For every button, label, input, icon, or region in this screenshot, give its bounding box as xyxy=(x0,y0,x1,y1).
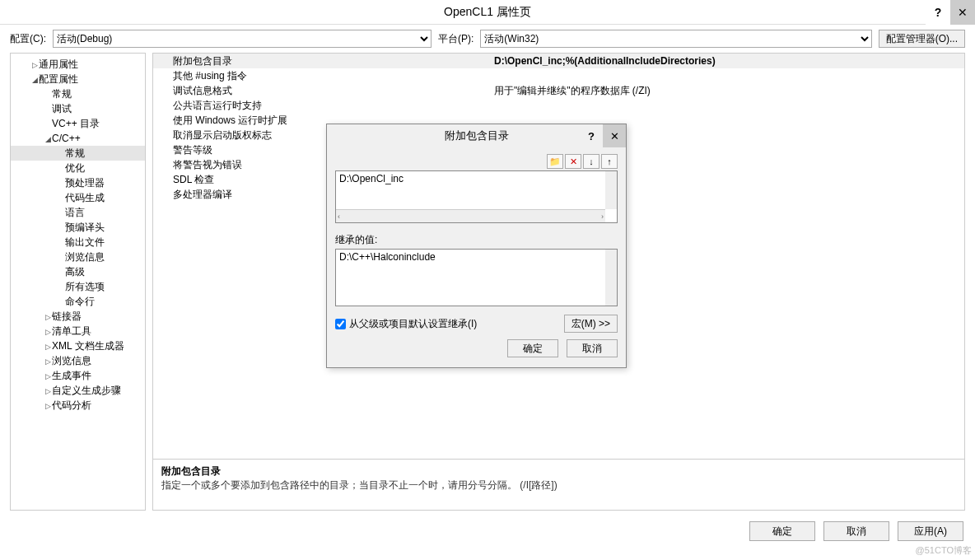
tree-item-label: 优化 xyxy=(65,162,85,174)
tree-item-label: 常规 xyxy=(52,88,72,100)
tree-item-label: 常规 xyxy=(65,147,85,159)
list-item[interactable]: D:\OpenCl_inc xyxy=(339,173,613,184)
tree-item-label: 高级 xyxy=(65,266,85,278)
tree-item[interactable]: 高级 xyxy=(11,264,145,279)
platform-label: 平台(P): xyxy=(438,32,474,46)
tree-item-label: 输出文件 xyxy=(65,236,105,248)
scroll-left-icon[interactable]: ‹ xyxy=(338,212,340,221)
tree-item[interactable]: 所有选项 xyxy=(11,279,145,294)
arrow-collapsed-icon: ▷ xyxy=(44,399,52,413)
scrollbar-horizontal[interactable]: ‹ › xyxy=(336,209,605,222)
description-text: 指定一个或多个要添加到包含路径中的目录；当目录不止一个时，请用分号分隔。 (/I… xyxy=(161,478,956,492)
property-value[interactable] xyxy=(491,68,964,83)
property-value[interactable] xyxy=(491,98,964,113)
dialog-ok-button[interactable]: 确定 xyxy=(507,339,558,357)
move-down-icon[interactable]: ↓ xyxy=(583,154,599,169)
property-value[interactable]: D:\OpenCl_inc;%(AdditionalIncludeDirecto… xyxy=(491,54,964,68)
new-folder-icon[interactable]: 📁 xyxy=(547,154,563,169)
tree-item[interactable]: 常规 xyxy=(11,146,145,161)
tree-item-label: XML 文档生成器 xyxy=(52,340,124,352)
tree-item[interactable]: ▷通用属性 xyxy=(11,57,145,72)
tree-item[interactable]: ▷自定义生成步骤 xyxy=(11,383,145,398)
apply-button[interactable]: 应用(A) xyxy=(898,521,963,541)
tree-item-label: 自定义生成步骤 xyxy=(52,385,121,396)
toolbar: 配置(C): 活动(Debug) 平台(P): 活动(Win32) 配置管理器(… xyxy=(0,25,975,53)
tree-item-label: 命令行 xyxy=(65,296,95,307)
tree-item-label: 代码生成 xyxy=(65,192,105,203)
delete-icon[interactable]: ✕ xyxy=(565,154,581,169)
tree-item-label: 配置属性 xyxy=(39,73,78,85)
tree-item-label: 代码分析 xyxy=(52,399,91,411)
titlebar-controls: ? ✕ xyxy=(926,0,975,25)
tree-item[interactable]: VC++ 目录 xyxy=(11,116,145,131)
inherit-checkbox[interactable] xyxy=(335,319,346,329)
arrow-collapsed-icon: ▷ xyxy=(44,354,52,368)
tree-panel[interactable]: ▷通用属性◢配置属性常规调试VC++ 目录◢C/C++常规优化预处理器代码生成语… xyxy=(10,53,146,511)
cancel-button[interactable]: 取消 xyxy=(823,521,889,541)
scrollbar-vertical[interactable] xyxy=(605,250,617,306)
tree-item[interactable]: 预编译头 xyxy=(11,220,145,235)
inherited-listbox: D:\C++\Halconinclude xyxy=(335,249,618,306)
arrow-collapsed-icon: ▷ xyxy=(44,310,52,324)
tree-item[interactable]: ▷代码分析 xyxy=(11,398,145,413)
dialog-titlebar: 附加包含目录 ? ✕ xyxy=(327,124,626,147)
tree-item[interactable]: 浏览信息 xyxy=(11,250,145,264)
arrow-collapsed-icon: ▷ xyxy=(30,58,39,72)
arrow-collapsed-icon: ▷ xyxy=(44,384,52,398)
config-select[interactable]: 活动(Debug) xyxy=(53,30,432,48)
property-row[interactable]: 公共语言运行时支持 xyxy=(153,98,964,113)
property-row[interactable]: 调试信息格式用于"编辑并继续"的程序数据库 (/ZI) xyxy=(153,83,964,98)
tree-item[interactable]: 语言 xyxy=(11,205,145,220)
tree-item[interactable]: 预处理器 xyxy=(11,175,145,190)
ok-button[interactable]: 确定 xyxy=(749,521,815,541)
tree-item[interactable]: 优化 xyxy=(11,161,145,175)
arrow-expanded-icon: ◢ xyxy=(44,132,52,146)
help-button[interactable]: ? xyxy=(926,0,950,25)
dialog-cancel-button[interactable]: 取消 xyxy=(567,339,618,357)
list-item: D:\C++\Halconinclude xyxy=(339,251,613,263)
tree-item-label: 生成事件 xyxy=(52,370,91,381)
tree-item[interactable]: ▷生成事件 xyxy=(11,368,145,383)
additional-include-dialog: 附加包含目录 ? ✕ 📁 ✕ ↓ ↑ D:\OpenCl_inc ‹ › 继承的… xyxy=(326,124,627,368)
platform-select[interactable]: 活动(Win32) xyxy=(480,30,871,48)
tree-item[interactable]: 命令行 xyxy=(11,294,145,309)
scrollbar-vertical[interactable] xyxy=(605,171,617,209)
tree-item-label: 所有选项 xyxy=(65,281,105,292)
tree-item[interactable]: ▷XML 文档生成器 xyxy=(11,338,145,353)
tree-item[interactable]: ◢C/C++ xyxy=(11,131,145,146)
tree-item[interactable]: 常规 xyxy=(11,86,145,101)
arrow-expanded-icon: ◢ xyxy=(30,72,39,86)
config-manager-button[interactable]: 配置管理器(O)... xyxy=(879,30,965,48)
titlebar: OpenCL1 属性页 ? ✕ xyxy=(0,0,975,25)
dialog-close-button[interactable]: ✕ xyxy=(603,124,626,147)
tree-item-label: 浏览信息 xyxy=(52,355,91,366)
property-row[interactable]: 附加包含目录D:\OpenCl_inc;%(AdditionalIncludeD… xyxy=(153,54,964,68)
tree-item[interactable]: 代码生成 xyxy=(11,190,145,205)
tree-item[interactable]: 调试 xyxy=(11,101,145,116)
close-button[interactable]: ✕ xyxy=(950,0,975,25)
macro-button[interactable]: 宏(M) >> xyxy=(564,315,618,333)
property-value[interactable]: 用于"编辑并继续"的程序数据库 (/ZI) xyxy=(491,83,964,98)
description-panel: 附加包含目录 指定一个或多个要添加到包含路径中的目录；当目录不止一个时，请用分号… xyxy=(153,459,964,510)
inherit-row: 从父级或项目默认设置继承(I) 宏(M) >> xyxy=(335,315,618,333)
tree-item-label: 预编译头 xyxy=(65,222,105,233)
dialog-buttons: 确定 取消 xyxy=(335,333,618,361)
tree-item[interactable]: ◢配置属性 xyxy=(11,72,145,86)
tree-item[interactable]: ▷浏览信息 xyxy=(11,353,145,368)
tree-item-label: 链接器 xyxy=(52,310,82,322)
tree-item[interactable]: 输出文件 xyxy=(11,235,145,250)
include-dirs-listbox[interactable]: D:\OpenCl_inc ‹ › xyxy=(335,170,618,223)
bottom-buttons: 确定 取消 应用(A) xyxy=(0,511,975,552)
move-up-icon[interactable]: ↑ xyxy=(601,154,618,169)
dialog-help-button[interactable]: ? xyxy=(580,124,603,147)
tree-item-label: VC++ 目录 xyxy=(52,118,100,129)
scroll-right-icon[interactable]: › xyxy=(601,212,604,221)
dialog-icon-row: 📁 ✕ ↓ ↑ xyxy=(335,154,618,169)
tree-item[interactable]: ▷清单工具 xyxy=(11,324,145,338)
tree-item-label: 调试 xyxy=(52,103,72,114)
tree-item-label: 预处理器 xyxy=(65,177,105,189)
inherit-checkbox-label: 从父级或项目默认设置继承(I) xyxy=(349,317,477,331)
tree-item-label: 清单工具 xyxy=(52,325,91,337)
tree-item[interactable]: ▷链接器 xyxy=(11,309,145,324)
property-row[interactable]: 其他 #using 指令 xyxy=(153,68,964,83)
